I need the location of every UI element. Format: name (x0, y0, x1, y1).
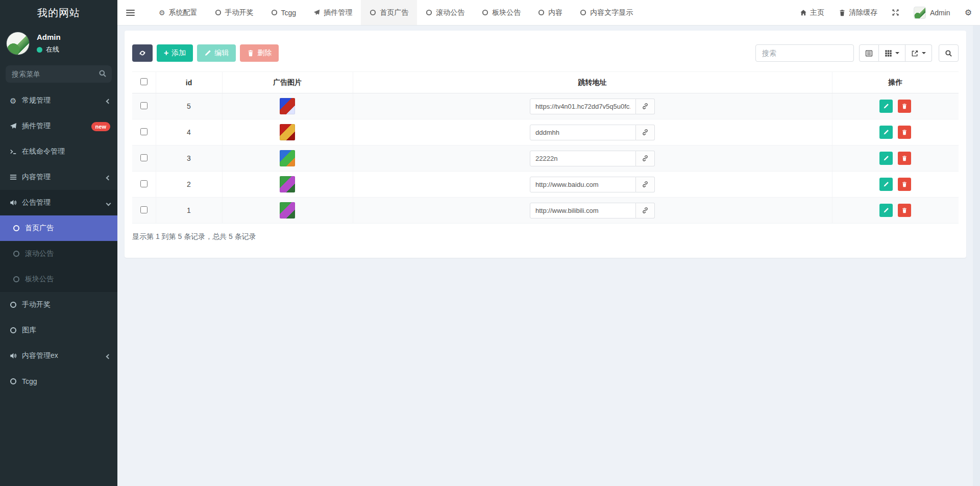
url-input[interactable] (530, 177, 636, 192)
circle-icon (10, 378, 22, 385)
table-row: 1 (132, 198, 959, 224)
ad-image-thumbnail[interactable] (280, 124, 295, 140)
sidebar-toggle-button[interactable] (117, 0, 143, 25)
trash-icon (839, 9, 846, 16)
circle-icon (10, 301, 22, 308)
delete-button[interactable]: 删除 (240, 44, 279, 62)
row-delete-button[interactable] (898, 178, 911, 191)
user-status: 在线 (37, 45, 61, 54)
gears-icon: ⚙ (965, 8, 972, 17)
ad-image-thumbnail[interactable] (280, 202, 295, 218)
fullscreen-button[interactable] (892, 9, 899, 16)
url-input[interactable] (530, 125, 636, 140)
tab-系统配置[interactable]: ⚙ 系统配置 (150, 0, 206, 25)
page-scrollbar[interactable] (973, 26, 980, 486)
row-id: 4 (156, 119, 222, 145)
link-button[interactable] (636, 177, 655, 192)
sidebar-item-公告管理[interactable]: 公告管理 (0, 190, 117, 215)
tab-Tcgg[interactable]: Tcgg (262, 0, 305, 25)
link-icon (642, 103, 649, 110)
pencil-icon (204, 50, 211, 57)
export-button[interactable] (905, 44, 932, 62)
clear-cache-link[interactable]: 清除缓存 (839, 8, 877, 17)
site-title: 我的网站 (0, 0, 117, 26)
row-edit-button[interactable] (879, 178, 893, 191)
row-checkbox[interactable] (140, 102, 148, 109)
row-delete-button[interactable] (898, 204, 911, 217)
ads-table: id 广告图片 跳转地址 操作 5 (132, 71, 959, 224)
row-edit-button[interactable] (879, 152, 893, 165)
url-input[interactable] (530, 203, 636, 218)
link-icon (642, 207, 649, 214)
toggle-view-button[interactable] (859, 44, 879, 62)
sidebar-item-常规管理[interactable]: ⚙ 常规管理 (0, 88, 117, 113)
sidebar-item-在线命令管理[interactable]: 在线命令管理 (0, 139, 117, 164)
select-all-cell (132, 72, 156, 93)
circle-icon (13, 276, 25, 283)
row-edit-button[interactable] (879, 100, 893, 113)
bullhorn-icon (10, 352, 22, 359)
navbar-username[interactable]: Admin (930, 9, 950, 17)
column-header-actions: 操作 (832, 72, 959, 93)
column-header-id: id (156, 72, 222, 93)
circle-icon (10, 327, 22, 334)
advanced-search-button[interactable] (939, 44, 959, 62)
row-checkbox[interactable] (140, 180, 148, 187)
menu-search-input[interactable] (6, 65, 112, 83)
settings-button[interactable]: ⚙ (965, 8, 972, 17)
ad-image-thumbnail[interactable] (280, 98, 295, 114)
sidebar-item-板块公告[interactable]: 板块公告 (0, 266, 117, 292)
sidebar-item-首页广告[interactable]: 首页广告 (0, 215, 117, 241)
circle-icon (482, 9, 488, 16)
pagination-summary: 显示第 1 到第 5 条记录，总共 5 条记录 (125, 224, 966, 250)
table-search-input[interactable] (755, 44, 854, 62)
tab-内容文字显示[interactable]: 内容文字显示 (571, 0, 642, 25)
sidebar-item-内容管理ex[interactable]: 内容管理ex (0, 343, 117, 369)
online-dot-icon (37, 47, 42, 53)
row-checkbox[interactable] (140, 206, 148, 213)
row-edit-button[interactable] (879, 204, 893, 217)
url-input[interactable] (530, 151, 636, 166)
tab-手动开奖[interactable]: 手动开奖 (206, 0, 262, 25)
link-icon (642, 129, 649, 136)
sidebar-item-内容管理[interactable]: 内容管理 (0, 164, 117, 190)
tab-内容[interactable]: 内容 (529, 0, 571, 25)
link-button[interactable] (636, 151, 655, 166)
refresh-button[interactable] (132, 44, 153, 62)
ad-image-thumbnail[interactable] (280, 150, 295, 166)
url-input[interactable] (530, 99, 636, 114)
table-row: 2 (132, 172, 959, 198)
row-delete-button[interactable] (898, 152, 911, 165)
edit-button[interactable]: 编辑 (197, 44, 236, 62)
tab-滚动公告[interactable]: 滚动公告 (417, 0, 473, 25)
sidebar-item-插件管理[interactable]: 插件管理 new (0, 113, 117, 139)
row-delete-button[interactable] (898, 100, 911, 113)
select-all-checkbox[interactable] (140, 78, 148, 85)
sidebar-item-Tcgg[interactable]: Tcgg (0, 369, 117, 394)
ad-image-thumbnail[interactable] (280, 176, 295, 192)
pencil-icon (883, 155, 889, 161)
link-icon (642, 181, 649, 188)
row-checkbox[interactable] (140, 128, 148, 135)
row-delete-button[interactable] (898, 126, 911, 139)
home-link[interactable]: 主页 (800, 8, 824, 17)
row-checkbox[interactable] (140, 154, 148, 161)
add-button[interactable]: + 添加 (157, 44, 193, 62)
tab-插件管理[interactable]: 插件管理 (305, 0, 361, 25)
circle-icon (538, 9, 545, 16)
tab-首页广告[interactable]: 首页广告 (361, 0, 417, 25)
link-button[interactable] (636, 125, 655, 140)
row-edit-button[interactable] (879, 126, 893, 139)
row-id: 1 (156, 198, 222, 224)
navbar-avatar[interactable] (914, 7, 926, 19)
columns-button[interactable] (879, 44, 905, 62)
sidebar-item-手动开奖[interactable]: 手动开奖 (0, 292, 117, 318)
link-button[interactable] (636, 99, 655, 114)
sidebar-item-滚动公告[interactable]: 滚动公告 (0, 241, 117, 266)
table-body: 5 4 (132, 93, 959, 224)
sidebar-menu: ⚙ 常规管理 插件管理 new 在线命令管理 内容管理 公告管理 首页广告 滚动… (0, 88, 117, 394)
sidebar-item-图库[interactable]: 图库 (0, 318, 117, 343)
caret-down-icon (895, 52, 899, 54)
tab-板块公告[interactable]: 板块公告 (473, 0, 529, 25)
link-button[interactable] (636, 203, 655, 218)
